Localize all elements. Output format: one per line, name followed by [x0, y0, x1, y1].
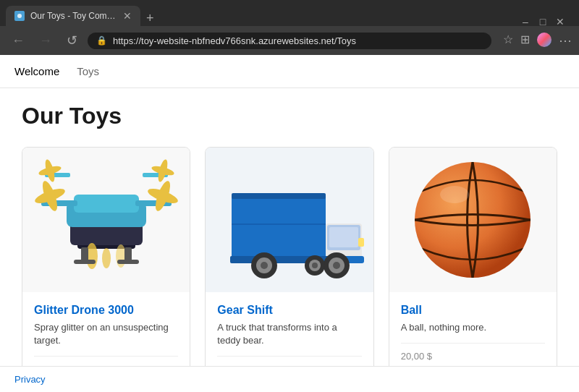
address-bar: ← → ↺ 🔒 https://toy-website-nbfnedv766sn…	[0, 26, 579, 55]
forward-button[interactable]: →	[35, 30, 56, 51]
drone-card-body: Glitter Drone 3000 Spray glitter on an u…	[22, 292, 190, 366]
svg-rect-25	[232, 195, 326, 260]
toolbar-icons: ☆ ⊞ ⋯	[503, 33, 572, 48]
ball-desc: A ball, nothing more.	[401, 321, 545, 334]
privacy-link[interactable]: Privacy	[14, 374, 46, 385]
collection-icon[interactable]: ⊞	[520, 33, 530, 48]
truck-card-body: Gear Shift A truck that transforms into …	[206, 292, 373, 366]
ball-name: Ball	[401, 304, 545, 317]
toy-card-drone: Glitter Drone 3000 Spray glitter on an u…	[22, 147, 190, 366]
drone-image	[22, 148, 190, 292]
menu-icon[interactable]: ⋯	[559, 33, 572, 48]
truck-name: Gear Shift	[217, 304, 361, 317]
svg-rect-29	[329, 227, 358, 247]
svg-rect-41	[232, 223, 326, 225]
tab-bar: Our Toys - Toy Company ✕ + – □ ✕	[0, 0, 579, 26]
svg-rect-23	[74, 260, 96, 264]
window-close-button[interactable]: ✕	[556, 17, 565, 26]
svg-rect-42	[358, 238, 364, 247]
toy-card-ball: Ball A ball, nothing more. 20,00 $	[389, 147, 557, 366]
new-tab-button[interactable]: +	[146, 11, 154, 26]
browser-tab[interactable]: Our Toys - Toy Company ✕	[6, 6, 140, 26]
toy-card-truck: Gear Shift A truck that transforms into …	[205, 147, 373, 366]
tab-favicon	[14, 11, 25, 21]
svg-point-40	[312, 263, 318, 268]
drone-desc: Spray glitter on an unsuspecting target.	[34, 321, 178, 347]
refresh-button[interactable]: ↺	[62, 30, 82, 51]
svg-rect-5	[74, 195, 139, 213]
window-controls: – □ ✕	[512, 17, 573, 26]
truck-price: 100,00 $	[217, 356, 361, 366]
drone-svg	[27, 151, 186, 289]
back-button[interactable]: ←	[7, 30, 29, 51]
svg-point-34	[261, 262, 268, 269]
svg-point-45	[440, 186, 469, 203]
lock-icon: 🔒	[96, 35, 107, 46]
drone-price: 350,00 $	[34, 356, 178, 366]
ball-price: 20,00 $	[401, 343, 545, 362]
site-nav: Welcome Toys	[0, 55, 579, 88]
svg-rect-24	[117, 260, 139, 264]
truck-image	[206, 148, 373, 292]
url-input[interactable]: 🔒 https://toy-website-nbfnedv766snk.azur…	[88, 33, 491, 49]
nav-welcome[interactable]: Welcome	[14, 56, 68, 86]
main-content: Our Toys	[0, 88, 579, 366]
tab-title: Our Toys - Toy Company	[30, 11, 117, 21]
ball-card-body: Ball A ball, nothing more. 20,00 $	[389, 292, 557, 366]
svg-point-20	[116, 244, 126, 268]
nav-toys[interactable]: Toys	[68, 56, 108, 86]
browser-chrome: Our Toys - Toy Company ✕ + – □ ✕ ← → ↺ 🔒…	[0, 0, 579, 55]
toys-grid: Glitter Drone 3000 Spray glitter on an u…	[22, 147, 557, 366]
page-title: Our Toys	[22, 103, 557, 129]
window-minimize-button[interactable]: –	[521, 17, 530, 26]
site-footer: Privacy	[0, 366, 579, 391]
ball-svg	[407, 155, 538, 285]
truck-svg	[210, 151, 369, 289]
window-maximize-button[interactable]: □	[538, 17, 547, 26]
ball-image	[389, 148, 557, 292]
svg-point-19	[102, 248, 111, 268]
truck-desc: A truck that transforms into a teddy bea…	[217, 321, 361, 347]
tab-close-button[interactable]: ✕	[123, 10, 132, 22]
user-avatar[interactable]	[537, 33, 551, 47]
svg-point-37	[333, 262, 340, 269]
profile-icon[interactable]	[537, 33, 551, 48]
svg-point-1	[17, 14, 22, 18]
url-text: https://toy-website-nbfnedv766snk.azurew…	[113, 35, 483, 46]
svg-rect-26	[232, 193, 326, 199]
drone-name: Glitter Drone 3000	[34, 304, 178, 317]
star-icon[interactable]: ☆	[503, 33, 513, 48]
